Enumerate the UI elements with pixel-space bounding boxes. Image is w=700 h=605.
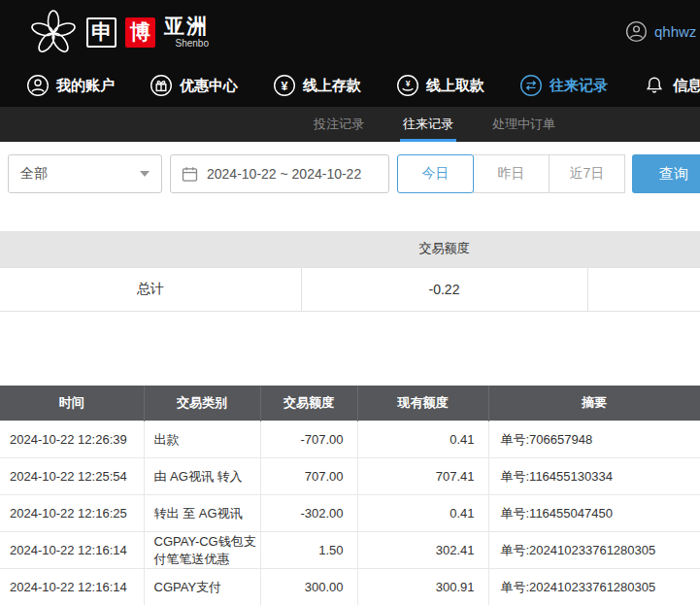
cell-time: 2024-10-22 12:16:25 [0,495,144,532]
summary-header-empty [0,231,301,267]
nav-item-promotions[interactable]: 优惠中心 [150,74,238,97]
cell-time: 2024-10-22 12:26:39 [0,421,144,458]
cell-amount: 707.00 [260,458,357,495]
cell-time: 2024-10-22 12:16:14 [0,569,144,605]
summary-total-value: -0.22 [301,267,587,311]
nav-label: 优惠中心 [180,77,238,95]
cell-balance: 302.41 [357,532,488,569]
bell-icon [643,74,666,97]
date-range-input[interactable]: 2024-10-22 ~ 2024-10-22 [170,154,389,193]
summary-total-label: 总计 [0,267,301,311]
cell-balance: 707.41 [357,458,488,495]
logo-region-text: 亚洲 [164,16,209,36]
col-header-type: 交易类别 [144,386,260,421]
top-header: 申 博 亚洲 Shenbo qhhwz [0,0,700,64]
transactions-table: 时间 交易类别 交易额度 现有额度 摘要 2024-10-22 12:26:39… [0,386,700,605]
subnav: 投注记录 往来记录 处理中订单 [0,107,700,142]
nav-item-my-account[interactable]: 我的账户 [26,74,115,97]
search-button[interactable]: 查询 [632,154,700,193]
nav-label: 线上取款 [426,77,484,95]
cell-type: 转出 至 AG视讯 [144,495,260,532]
nav-item-online-withdrawal[interactable]: ¥ 线上取款 [396,74,484,97]
svg-text:¥: ¥ [282,80,288,93]
nav-label: 往来记录 [550,77,608,95]
nav-item-online-deposit[interactable]: ¥ 线上存款 [273,74,361,97]
date-range-value: 2024-10-22 ~ 2024-10-22 [207,166,361,182]
nav-item-transaction-records[interactable]: 往来记录 [519,74,608,97]
yesterday-button[interactable]: 昨日 [473,154,550,193]
filter-bar: 全部 2024-10-22 ~ 2024-10-22 今日 昨日 近7日 查询 [0,142,700,206]
transaction-row: 2024-10-22 12:25:54 由 AG视讯 转入 707.00 707… [0,458,700,495]
col-header-time: 时间 [0,386,144,421]
cell-type: CGPAY-CG钱包支付笔笔送优惠 [144,532,260,569]
col-header-amount: 交易额度 [260,386,357,421]
cell-type: 由 AG视讯 转入 [144,458,260,495]
deposit-coin-icon: ¥ [273,74,296,97]
cell-type: 出款 [144,421,260,458]
transfer-arrows-icon [519,74,543,97]
cell-memo: 单号:116455130334 [488,458,700,495]
cell-time: 2024-10-22 12:16:14 [0,532,144,569]
svg-text:¥: ¥ [406,79,411,88]
today-button[interactable]: 今日 [397,154,474,193]
cell-amount: -302.00 [260,495,357,532]
transactions-header-row: 时间 交易类别 交易额度 现有额度 摘要 [0,386,700,421]
col-header-memo: 摘要 [488,386,700,421]
nav-label: 信息 [673,77,700,95]
logo-flower-icon [29,8,78,56]
cell-type: CGPAY支付 [144,569,260,605]
logo-bo-box: 博 [125,17,155,48]
nav-item-messages[interactable]: 信息 [643,74,700,97]
main-nav: 我的账户 优惠中心 ¥ 线上存款 ¥ 线上取款 [0,64,700,107]
logo-english-text: Shenbo [176,39,209,49]
logo-shen-box: 申 [86,17,117,48]
cell-balance: 0.41 [357,495,488,532]
last7days-button[interactable]: 近7日 [549,154,625,193]
cell-balance: 300.91 [357,569,488,605]
summary-header-empty2 [587,231,700,267]
transaction-row: 2024-10-22 12:16:25 转出 至 AG视讯 -302.00 0.… [0,495,700,532]
tab-betting-records[interactable]: 投注记录 [311,107,367,142]
tab-label: 投注记录 [314,116,364,133]
calendar-icon [182,166,198,183]
cell-memo: 单号:202410233761280305 [488,532,700,569]
nav-label: 我的账户 [56,77,115,95]
withdraw-hand-icon: ¥ [396,74,419,97]
cell-memo: 单号:202410233761280305 [488,569,700,605]
cell-memo: 单号:706657948 [488,421,700,458]
cell-amount: 300.00 [260,569,357,605]
cell-balance: 0.41 [357,421,488,458]
username: qhhwz [654,23,696,40]
quick-date-buttons: 今日 昨日 近7日 [397,154,625,193]
logo[interactable]: 申 博 亚洲 Shenbo [29,8,209,56]
summary-header-row: 交易额度 [0,231,700,267]
tab-transaction-records[interactable]: 往来记录 [400,107,456,142]
cell-amount: 1.50 [260,532,357,569]
transaction-row: 2024-10-22 12:16:14 CGPAY-CG钱包支付笔笔送优惠 1.… [0,532,700,569]
cell-time: 2024-10-22 12:25:54 [0,458,144,495]
type-select-value: 全部 [20,165,48,183]
user-avatar-icon [625,20,648,43]
tab-label: 往来记录 [403,116,453,133]
summary-header-amount: 交易额度 [301,231,587,267]
transaction-row: 2024-10-22 12:16:14 CGPAY支付 300.00 300.9… [0,569,700,605]
summary-table: 交易额度 总计 -0.22 [0,231,700,312]
gift-icon [150,74,173,97]
tab-processing-orders[interactable]: 处理中订单 [489,107,558,142]
summary-total-row: 总计 -0.22 [0,267,700,311]
cell-memo: 单号:116455047450 [488,495,700,532]
summary-total-empty [587,267,700,311]
cell-amount: -707.00 [260,421,357,458]
user-icon [26,74,50,97]
nav-label: 线上存款 [303,77,361,95]
chevron-down-icon [140,171,150,177]
type-select[interactable]: 全部 [8,154,162,193]
tab-label: 处理中订单 [492,116,555,133]
user-account[interactable]: qhhwz [625,20,696,43]
transaction-row: 2024-10-22 12:26:39 出款 -707.00 0.41 单号:7… [0,421,700,458]
col-header-balance: 现有额度 [357,386,488,421]
